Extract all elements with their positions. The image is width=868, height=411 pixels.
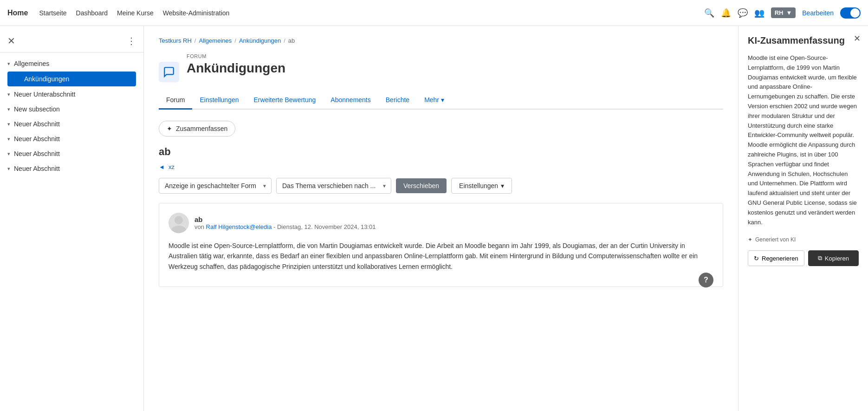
section-title-abschnitt3: Neuer Abschnitt — [14, 150, 60, 157]
users-icon[interactable]: 👥 — [754, 8, 764, 18]
chevron-down-icon-4: ▾ — [7, 121, 10, 127]
edit-toggle[interactable] — [840, 7, 861, 19]
sidebar-item-ankuendigungen[interactable]: Ankündigungen — [7, 72, 136, 86]
chevron-down-icon-2: ▾ — [7, 91, 10, 98]
sidebar-top: ✕ ⋮ — [0, 32, 143, 52]
copy-button[interactable]: ⧉ Kopieren — [808, 250, 859, 266]
post-author-info: ab von Ralf Hilgenstock@eledia - Diensta… — [194, 215, 376, 230]
section-title-unterabschnitt: Neuer Unterabschnitt — [14, 91, 75, 98]
post-card: ab von Ralf Hilgenstock@eledia - Diensta… — [159, 203, 723, 287]
copy-icon: ⧉ — [818, 254, 822, 262]
ai-panel-content: Moodle ist eine Open-Source-Lernplattfor… — [748, 53, 859, 227]
post-date: von Ralf Hilgenstock@eledia - Dienstag, … — [194, 223, 376, 230]
post-avatar — [168, 213, 189, 233]
sidebar-section-header-abschnitt2[interactable]: ▾ Neuer Abschnitt — [4, 131, 140, 146]
sidebar-section-header-allgemeines[interactable]: ▾ Allgemeines — [4, 56, 140, 71]
post-author-name: ab — [194, 215, 376, 223]
forum-label: FORUM — [187, 53, 285, 59]
sidebar-section-allgemeines: ▾ Allgemeines Ankündigungen — [0, 56, 143, 86]
sidebar-section-abschnitt2: ▾ Neuer Abschnitt — [0, 131, 143, 146]
settings-label: Einstellungen — [459, 182, 498, 189]
svg-point-0 — [175, 216, 183, 224]
settings-button[interactable]: Einstellungen ▾ — [451, 178, 512, 194]
reply-arrow: ◄ — [159, 163, 165, 170]
avatar-initials: RH — [775, 9, 784, 16]
section-title-abschnitt2: Neuer Abschnitt — [14, 135, 60, 143]
section-title-abschnitt4: Neuer Abschnitt — [14, 165, 60, 172]
post-meta: ab von Ralf Hilgenstock@eledia - Diensta… — [168, 213, 713, 233]
move-select[interactable]: Das Thema verschieben nach ... — [276, 178, 391, 194]
sidebar-close-icon[interactable]: ✕ — [7, 35, 15, 46]
help-button[interactable]: ? — [699, 273, 713, 287]
chevron-down-icon-5: ▾ — [7, 136, 10, 142]
sidebar-section-abschnitt3: ▾ Neuer Abschnitt — [0, 146, 143, 161]
breadcrumb-ankuendigungen[interactable]: Ankündigungen — [239, 37, 281, 44]
sidebar-section-abschnitt4: ▾ Neuer Abschnitt — [0, 161, 143, 176]
sidebar: ✕ ⋮ ▾ Allgemeines Ankündigungen ▾ Neuer … — [0, 26, 144, 411]
ai-panel-close-icon[interactable]: ✕ — [854, 33, 861, 44]
sidebar-section-header-abschnitt1[interactable]: ▾ Neuer Abschnitt — [4, 117, 140, 131]
tab-forum[interactable]: Forum — [159, 91, 192, 110]
navbar: Home Startseite Dashboard Meine Kurse We… — [0, 0, 868, 26]
sidebar-section-header-abschnitt4[interactable]: ▾ Neuer Abschnitt — [4, 161, 140, 176]
ai-generated-label: ✦ Generiert von KI — [748, 236, 859, 243]
edit-label[interactable]: Bearbeiten — [802, 9, 834, 17]
sidebar-section-unterabschnitt: ▾ Neuer Unterabschnitt — [0, 87, 143, 102]
display-select-wrapper: Anzeige in geschachtelter Form — [159, 178, 272, 194]
post-date-text: Dienstag, 12. November 2024, 13:01 — [277, 223, 376, 230]
chevron-down-icon: ▾ — [7, 61, 10, 67]
breadcrumb-allgemeines[interactable]: Allgemeines — [199, 37, 232, 44]
main-layout: ✕ ⋮ ▾ Allgemeines Ankündigungen ▾ Neuer … — [0, 26, 868, 411]
forum-header: FORUM Ankündigungen — [159, 53, 723, 82]
nav-dashboard[interactable]: Dashboard — [76, 9, 108, 17]
tab-mehr[interactable]: Mehr ▾ — [417, 91, 452, 110]
display-select[interactable]: Anzeige in geschachtelter Form — [159, 178, 272, 194]
tab-berichte[interactable]: Berichte — [378, 91, 417, 110]
sidebar-section-header-new-subsection[interactable]: ▾ New subsection — [4, 102, 140, 117]
nav-brand[interactable]: Home — [7, 9, 28, 17]
sparkle-icon: ✦ — [167, 125, 172, 132]
forum-title: Ankündigungen — [187, 61, 285, 76]
chevron-down-icon-6: ▾ — [7, 151, 10, 157]
sidebar-section-header-abschnitt3[interactable]: ▾ Neuer Abschnitt — [4, 146, 140, 161]
reply-info: ◄ xz — [159, 163, 723, 170]
summarize-button[interactable]: ✦ Zusammenfassen — [159, 121, 235, 137]
post-author-link[interactable]: Ralf Hilgenstock@eledia — [206, 223, 272, 230]
reply-link[interactable]: xz — [168, 163, 175, 170]
chevron-down-icon-tab: ▾ — [441, 96, 444, 104]
copy-label: Kopieren — [825, 255, 849, 262]
svg-point-1 — [171, 226, 186, 233]
post-content-text: Moodle ist eine Open-Source-Lernplattfor… — [168, 241, 713, 272]
sidebar-section-new-subsection: ▾ New subsection — [0, 102, 143, 117]
sidebar-section-header-unterabschnitt[interactable]: ▾ Neuer Unterabschnitt — [4, 87, 140, 102]
section-title-allgemeines: Allgemeines — [14, 60, 49, 67]
breadcrumb-testkurs[interactable]: Testkurs RH — [159, 37, 192, 44]
user-avatar[interactable]: RH ▼ — [771, 7, 796, 18]
sparkle-icon-ai: ✦ — [748, 236, 752, 243]
refresh-icon: ↻ — [754, 255, 759, 262]
breadcrumb-current: ab — [288, 37, 295, 44]
chat-icon[interactable]: 💬 — [738, 8, 748, 18]
post-content: Moodle ist eine Open-Source-Lernplattfor… — [168, 241, 713, 272]
chevron-down-icon-7: ▾ — [7, 166, 10, 172]
forum-icon — [159, 62, 179, 82]
regenerate-label: Regenerieren — [762, 255, 798, 262]
move-select-wrapper: Das Thema verschieben nach ... — [276, 178, 391, 194]
section-title-abschnitt1: Neuer Abschnitt — [14, 120, 60, 128]
nav-website-admin[interactable]: Website-Administration — [163, 9, 230, 17]
nav-meine-kurse[interactable]: Meine Kurse — [117, 9, 154, 17]
regenerate-button[interactable]: ↻ Regenerieren — [748, 250, 804, 266]
tab-bewertung[interactable]: Erweiterte Bewertung — [246, 91, 324, 110]
sidebar-menu-icon[interactable]: ⋮ — [127, 35, 136, 46]
forum-tabs: Forum Einstellungen Erweiterte Bewertung… — [159, 91, 723, 110]
bell-icon[interactable]: 🔔 — [721, 8, 731, 18]
toolbar-row: Anzeige in geschachtelter Form Das Thema… — [159, 178, 723, 194]
tab-abonnements[interactable]: Abonnements — [323, 91, 378, 110]
tab-einstellungen[interactable]: Einstellungen — [192, 91, 246, 110]
nav-startseite[interactable]: Startseite — [39, 9, 66, 17]
nav-links: Startseite Dashboard Meine Kurse Website… — [39, 9, 229, 17]
chevron-down-icon-3: ▾ — [7, 106, 10, 112]
breadcrumb: Testkurs RH / Allgemeines / Ankündigunge… — [159, 37, 723, 44]
move-button[interactable]: Verschieben — [396, 178, 447, 193]
search-icon[interactable]: 🔍 — [704, 8, 714, 18]
